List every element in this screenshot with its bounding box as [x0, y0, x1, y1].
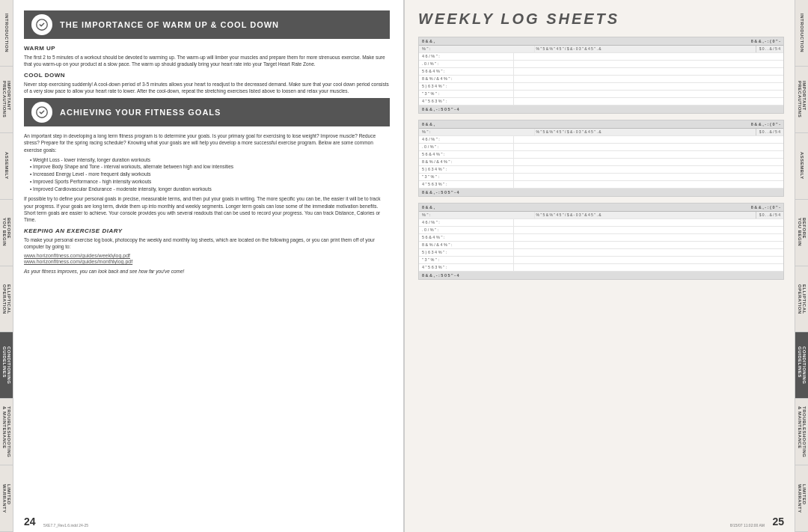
- left-page: THE IMPORTANCE OF WARM UP & COOL DOWN WA…: [13, 0, 405, 532]
- log-row: 5 6 & 4 % " :: [419, 151, 783, 159]
- log-row: 8 & % / & 4 % " :: [419, 242, 783, 249]
- log-sheet-2: 8 & & , 8 & & , - : ( 0 " - % " : % " 5 …: [418, 120, 784, 197]
- log-row: " 3 " % " :: [419, 174, 783, 181]
- left-tab-bar: INTRODUCTION IMPORTANTPRECAUTIONS ASSEMB…: [0, 0, 13, 532]
- log2-header-left: 8 & & ,: [422, 122, 566, 126]
- bullet-4: • Improved Sports Performance - high int…: [30, 178, 390, 186]
- left-tab-precautions[interactable]: IMPORTANTPRECAUTIONS: [0, 67, 13, 133]
- left-tab-introduction[interactable]: INTRODUCTION: [0, 0, 13, 67]
- section2-title: ACHIEVING YOUR FITNESS GOALS: [60, 108, 221, 117]
- right-tab-bar: INTRODUCTION IMPORTANTPRECAUTIONS ASSEMB…: [795, 0, 808, 532]
- log3-col-headers: % " : % " 5 & % " 4 5 " / $ & - 0 3 " & …: [419, 212, 783, 219]
- right-tab-assembly[interactable]: ASSEMBLY: [795, 133, 808, 200]
- log2-col-headers: % " : % " 5 & % " 4 5 " / $ & - 0 3 " & …: [419, 129, 783, 136]
- log3-header-mid: 8 & & , - : ( 0 " -: [566, 205, 780, 210]
- log-sheet-1: 8 & & , 8 & & , - : ( 0 " - % " : % " 5 …: [418, 37, 784, 114]
- main-content: THE IMPORTANCE OF WARM UP & COOL DOWN WA…: [13, 0, 795, 532]
- log-sheet-3: 8 & & , 8 & & , - : ( 0 " - % " : % " 5 …: [418, 203, 784, 280]
- section2-icon: [31, 102, 52, 123]
- right-tab-conditioning[interactable]: CONDITIONINGGUIDELINES: [795, 332, 808, 399]
- log-row: 4 6 / % " :: [419, 219, 783, 227]
- right-tab-introduction[interactable]: INTRODUCTION: [795, 0, 808, 67]
- log-row: 8 & % / & 4 % " :: [419, 159, 783, 166]
- weekly-log-title: WEEKLY LOG SHEETS: [418, 10, 784, 28]
- section2-detail: If possible try to define your personal …: [24, 195, 390, 222]
- right-tab-warranty[interactable]: LIMITEDWARRANTY: [795, 465, 808, 532]
- log1-header-mid: 8 & & , - : ( 0 " -: [566, 39, 780, 43]
- cool-down-text: Never stop exercising suddenly! A cool-d…: [24, 81, 390, 94]
- closing-text: As your fitness improves, you can look b…: [24, 268, 390, 275]
- log-row: 5 ) 6 3 4 % " :: [419, 249, 783, 257]
- log-row: " 3 " % " :: [419, 257, 783, 264]
- left-tab-assembly[interactable]: ASSEMBLY: [0, 133, 13, 200]
- left-tab-troubleshooting[interactable]: TROUBLESHOOTING& MAINTENANCE: [0, 399, 13, 465]
- left-tab-conditioning[interactable]: CONDITIONINGGUIDELINES: [0, 332, 13, 399]
- log2-header-mid: 8 & & , - : ( 0 " -: [566, 122, 780, 126]
- link1[interactable]: www.horizonfitness.com/guides/weeklylog.…: [24, 253, 390, 258]
- left-tab-elliptical[interactable]: ELLIPTICALOPERATION: [0, 266, 13, 333]
- section1-icon: [31, 14, 52, 35]
- section3-text: To make your personal exercise log book,…: [24, 236, 390, 250]
- cool-down-heading: COOL DOWN: [24, 72, 390, 79]
- bullet-1: • Weight Loss - lower intensity, longer …: [30, 156, 390, 164]
- log3-footer: 8 & & , - : 5 0 5 " - 4: [419, 272, 783, 279]
- log2-col-comments: $ 0 . . & / 5 4: [756, 129, 783, 135]
- log1-col-headers: % " : % " 5 & % " 4 5 " / $ & - 0 3 " & …: [419, 46, 783, 53]
- right-page: WEEKLY LOG SHEETS 8 & & , 8 & & , - : ( …: [405, 0, 795, 532]
- log2-col-details: % " 5 & % " 4 5 " / $ & - 0 3 " & 4 5 " …: [535, 129, 756, 135]
- page-number-left: 24: [24, 516, 36, 528]
- log-row: 4 " 5 6 3 % " :: [419, 264, 783, 272]
- log-row: 4 " 5 6 3 % " :: [419, 98, 783, 106]
- right-tab-elliptical[interactable]: ELLIPTICALOPERATION: [795, 266, 808, 333]
- right-tab-precautions[interactable]: IMPORTANTPRECAUTIONS: [795, 67, 808, 133]
- log1-footer: 8 & & , - : 5 0 5 " - 4: [419, 106, 783, 113]
- section1-title: THE IMPORTANCE OF WARM UP & COOL DOWN: [60, 20, 279, 29]
- page-number-right: 25: [772, 516, 784, 528]
- section2-intro: An important step in developing a long t…: [24, 132, 390, 153]
- bullet-5: • Improved Cardiovascular Endurance - mo…: [30, 186, 390, 193]
- footer-right: 8/15/07 11:02:00 AM: [730, 523, 765, 528]
- section1-header: THE IMPORTANCE OF WARM UP & COOL DOWN: [24, 10, 390, 39]
- log-row: 5 ) 6 3 4 % " :: [419, 166, 783, 174]
- right-tab-troubleshooting[interactable]: TROUBLESHOOTING& MAINTENANCE: [795, 399, 808, 465]
- log-sheet-2-header: 8 & & , 8 & & , - : ( 0 " -: [419, 120, 783, 129]
- log-sheet-1-header: 8 & & , 8 & & , - : ( 0 " -: [419, 37, 783, 46]
- log1-header-left: 8 & & ,: [422, 39, 566, 43]
- warm-up-text: The first 2 to 5 minutes of a workout sh…: [24, 54, 390, 67]
- bullet-2: • Improve Body Shape and Tone - interval…: [30, 163, 390, 171]
- log-row: 4 " 5 6 3 % " :: [419, 181, 783, 189]
- log-row: 5 6 & 4 % " :: [419, 68, 783, 76]
- log-row: 4 6 / % " :: [419, 136, 783, 144]
- log-row: " 3 " % " :: [419, 91, 783, 98]
- footer-left: 5XE7.7_Rev1.6.indd 24-25: [43, 523, 88, 528]
- section2-header: ACHIEVING YOUR FITNESS GOALS: [24, 98, 390, 126]
- log-row: 8 & % / & 4 % " :: [419, 76, 783, 83]
- log-row: 5 6 & 4 % " :: [419, 234, 783, 242]
- left-tab-warranty[interactable]: LIMITEDWARRANTY: [0, 465, 13, 532]
- log-row: 4 6 / % " :: [419, 53, 783, 61]
- bullet-list: • Weight Loss - lower intensity, longer …: [30, 156, 390, 193]
- log2-col-day: % " :: [419, 129, 535, 135]
- link2[interactable]: www.horizonfitness.com/guides/monthlylog…: [24, 259, 390, 264]
- log1-col-details: % " 5 & % " 4 5 " / $ & - 0 3 " & 4 5 " …: [535, 46, 756, 52]
- log3-col-comments: $ 0 . . & / 5 4: [756, 212, 783, 218]
- log-sheet-3-header: 8 & & , 8 & & , - : ( 0 " -: [419, 204, 783, 212]
- bullet-3: • Increased Energy Level - more frequent…: [30, 171, 390, 178]
- warm-up-heading: WARM UP: [24, 45, 390, 52]
- log3-col-day: % " :: [419, 212, 535, 218]
- log-row: . 0 / % " :: [419, 144, 783, 151]
- log-row: . 0 / % " :: [419, 227, 783, 234]
- section3-title: KEEPING AN EXERCISE DIARY: [24, 227, 390, 234]
- log-row: . 0 / % " :: [419, 61, 783, 68]
- log3-header-left: 8 & & ,: [422, 205, 566, 210]
- log1-col-day: % " :: [419, 46, 535, 52]
- right-tab-before[interactable]: BEFOREYOU BEGIN: [795, 200, 808, 266]
- log-row: 5 ) 6 3 4 % " :: [419, 83, 783, 91]
- log1-col-comments: $ 0 . . & / 5 4: [756, 46, 783, 52]
- left-tab-before[interactable]: BEFOREYOU BEGIN: [0, 200, 13, 266]
- log3-col-details: % " 5 & % " 4 5 " / $ & - 0 3 " & 4 5 " …: [535, 212, 756, 218]
- log2-footer: 8 & & , - : 5 0 5 " - 4: [419, 189, 783, 196]
